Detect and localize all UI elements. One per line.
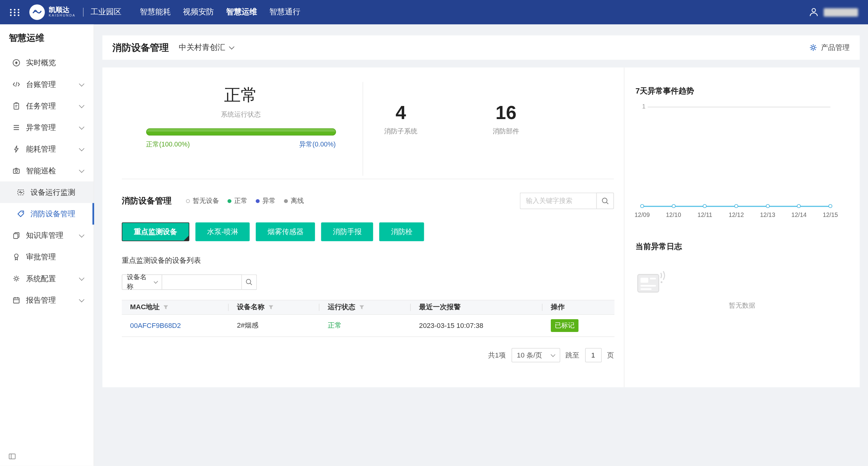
brand-logo: 凯顺达 KAISHUNDA [29, 4, 75, 20]
clipboard-icon [12, 102, 21, 110]
chevron-down-icon [229, 44, 235, 49]
system-status-section: 正常 系统运行状态 正常(100.00%) 异常(0.00%) 4 [102, 68, 624, 179]
user-area[interactable] [808, 6, 858, 18]
filter-funnel-icon[interactable] [268, 304, 274, 310]
sidebar-item-approvals[interactable]: 审批管理 [0, 246, 94, 268]
sidebar-item-smart-inspection[interactable]: 智能巡检 [0, 160, 94, 181]
device-section-header: 消防设备管理 暂无设备 正常 异常 离线 [122, 193, 614, 209]
brand-name: 凯顺达 [49, 7, 75, 14]
jump-label: 跳至 [565, 351, 579, 360]
nav-item-energy[interactable]: 智慧能耗 [134, 0, 177, 24]
tab-pump-sprinkler[interactable]: 水泵-喷淋 [195, 222, 250, 241]
gray-outline-dot [186, 199, 190, 203]
data-point [828, 204, 832, 208]
gear-icon [12, 274, 21, 283]
col-mac-address: MAC地址 [122, 300, 228, 314]
normal-percentage: 正常(100.00%) [146, 140, 190, 149]
sidebar-item-device-monitoring[interactable]: 设备运行监测 [0, 181, 94, 203]
status-legend: 暂无设备 正常 异常 离线 [186, 196, 304, 205]
app-root: 凯顺达 KAISHUNDA 工业园区 智慧能耗 视频安防 智慧运维 智慧通行 智… [0, 0, 868, 466]
vertical-divider [363, 82, 363, 176]
filter-field-select[interactable]: 设备名称 [122, 274, 162, 290]
tab-smoke-sensor[interactable]: 烟雾传感器 [256, 222, 315, 241]
marked-badge[interactable]: 已标记 [551, 319, 579, 332]
pagination: 共1项 10 条/页 跳至 页 [122, 348, 614, 362]
sidebar-item-knowledge-base[interactable]: 知识库管理 [0, 225, 94, 246]
chevron-down-icon [79, 167, 85, 173]
chevron-down-icon [79, 102, 85, 108]
col-run-status: 运行状态 [319, 300, 411, 314]
sidebar-item-ledger[interactable]: 台账管理 [0, 73, 94, 95]
page-header: 消防设备管理 中关村青创汇 产品管理 [102, 36, 860, 60]
chevron-down-icon [79, 232, 85, 237]
page-jump-input[interactable] [585, 348, 601, 362]
filter-funnel-icon[interactable] [359, 304, 365, 310]
search-button[interactable] [596, 193, 614, 209]
brand-subtitle: KAISHUNDA [49, 14, 75, 18]
empty-state: 暂无数据 [636, 266, 849, 321]
product-management-button[interactable]: 产品管理 [809, 43, 849, 53]
total-count: 共1项 [488, 351, 506, 360]
seven-day-trend-chart: 1 12/09 12/10 [636, 103, 849, 222]
filter-funnel-icon[interactable] [163, 304, 169, 310]
sidebar-item-fire-equipment[interactable]: 消防设备管理 [0, 203, 94, 225]
empty-document-icon [636, 266, 670, 299]
sidebar-item-tasks[interactable]: 任务管理 [0, 95, 94, 116]
device-table: MAC地址 设备名称 运行状态 [122, 300, 614, 337]
device-list-title: 重点监测设备的设备列表 [122, 256, 604, 266]
data-point [734, 204, 738, 208]
page-title: 消防设备管理 [112, 41, 169, 54]
col-device-name: 设备名称 [228, 300, 319, 314]
right-panel: 7天异常事件趋势 1 [624, 68, 860, 388]
site-selector[interactable]: 中关村青创汇 [179, 43, 234, 53]
dashboard-card: 正常 系统运行状态 正常(100.00%) 异常(0.00%) 4 [102, 68, 860, 388]
sidebar-item-energy[interactable]: 能耗管理 [0, 138, 94, 160]
tab-key-monitored-devices[interactable]: 重点监测设备 [122, 222, 189, 241]
col-actions: 操作 [542, 300, 614, 314]
nav-item-video-security[interactable]: 视频安防 [177, 0, 220, 24]
y-axis-tick: 1 [642, 103, 646, 109]
sidebar-item-reports[interactable]: 报告管理 [0, 289, 94, 311]
monitor-pulse-icon [17, 188, 25, 196]
username-redacted [824, 8, 858, 16]
search-icon [601, 197, 610, 205]
nav-item-smart-ops[interactable]: 智慧运维 [220, 0, 263, 24]
keyword-search-input[interactable] [520, 193, 596, 209]
stack-icon [12, 231, 21, 240]
app-launcher-icon[interactable] [10, 9, 21, 16]
chevron-down-icon [79, 124, 85, 130]
data-point [640, 204, 644, 208]
screen: 凯顺达 KAISHUNDA 工业园区 智慧能耗 视频安防 智慧运维 智慧通行 智… [0, 0, 868, 466]
device-category-tabs: 重点监测设备 水泵-喷淋 烟雾传感器 消防手报 消防栓 [122, 222, 604, 241]
chevron-down-icon [79, 81, 85, 86]
search-icon [245, 278, 253, 286]
sidebar-title: 智慧运维 [0, 24, 94, 52]
data-point [672, 204, 675, 208]
camera-icon [12, 166, 21, 175]
system-status-value: 正常 [119, 84, 363, 107]
top-navbar: 凯顺达 KAISHUNDA 工业园区 智慧能耗 视频安防 智慧运维 智慧通行 [0, 0, 868, 24]
sidebar-item-realtime-overview[interactable]: 实时概览 [0, 52, 94, 73]
page-size-select[interactable]: 10 条/页 [511, 348, 560, 362]
tab-fire-hydrant[interactable]: 消防栓 [379, 222, 424, 241]
mac-address-link[interactable]: 00AFCF9B68D2 [130, 322, 181, 330]
table-row: 00AFCF9B68D2 2#烟感 正常 2023-03-15 10:07:38… [122, 315, 614, 337]
filter-value-input[interactable] [162, 274, 242, 290]
nav-item-smart-access[interactable]: 智慧通行 [263, 0, 306, 24]
approval-icon [12, 253, 21, 261]
page-unit-label: 页 [607, 351, 614, 360]
main-content: 消防设备管理 中关村青创汇 产品管理 正常 系统运行状态 [94, 24, 868, 466]
sidebar-collapse-button[interactable] [8, 453, 16, 460]
chevron-down-icon [79, 296, 85, 302]
stat-fire-subsystems: 4 消防子系统 [379, 102, 423, 179]
stat-fire-components: 16 消防部件 [484, 102, 528, 179]
col-last-alarm: 最近一次报警 [411, 300, 542, 314]
data-point [766, 204, 770, 208]
sidebar-item-system-config[interactable]: 系统配置 [0, 268, 94, 289]
tab-manual-alarm[interactable]: 消防手报 [321, 222, 373, 241]
sidebar-item-exceptions[interactable]: 异常管理 [0, 116, 94, 138]
run-status-cell: 正常 [328, 321, 342, 329]
last-alarm-cell: 2023-03-15 10:07:38 [411, 322, 542, 330]
horizontal-divider [122, 178, 614, 179]
filter-search-button[interactable] [242, 274, 257, 290]
